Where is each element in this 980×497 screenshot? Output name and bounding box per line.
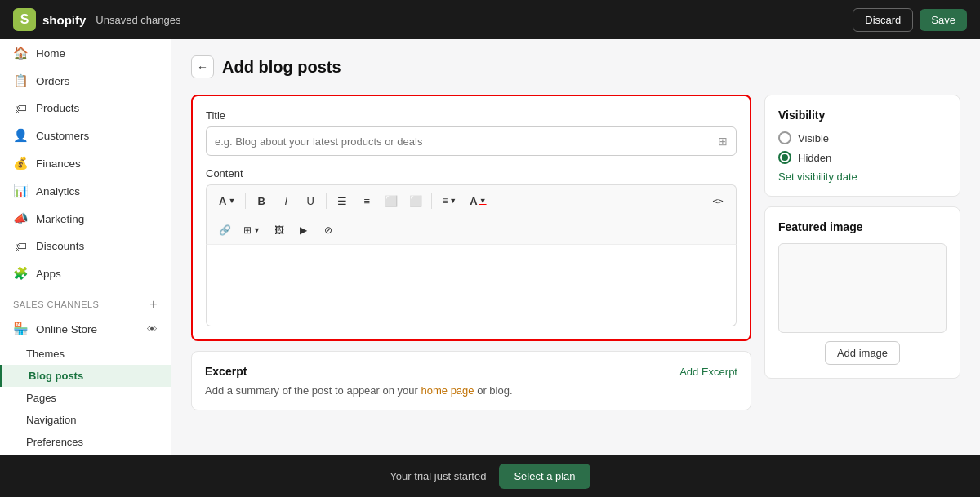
editor-toolbar-row2: 🔗 ⊞ ▼ 🖼 ▶ ⊘ xyxy=(206,216,737,245)
title-input-wrapper[interactable]: ⊞ xyxy=(206,126,737,156)
sidebar-sub-preferences[interactable]: Preferences xyxy=(0,431,171,453)
sidebar-sub-pages[interactable]: Pages xyxy=(0,387,171,409)
radio-label-hidden: Hidden xyxy=(798,152,831,164)
sidebar-label-analytics: Analytics xyxy=(36,185,80,197)
main-content: ← Add blog posts Title ⊞ Content xyxy=(172,39,980,455)
sidebar-item-analytics[interactable]: 📊 Analytics xyxy=(0,177,171,205)
online-store-icon: 🏪 xyxy=(13,322,28,336)
radio-option-hidden[interactable]: Hidden xyxy=(778,151,947,164)
products-icon: 🏷 xyxy=(13,101,28,115)
list-ordered-button[interactable]: ≡ xyxy=(355,190,378,211)
sidebar-item-discounts[interactable]: 🏷 Discounts xyxy=(0,233,171,260)
sidebar-label-preferences: Preferences xyxy=(26,436,83,448)
sales-channels-label: Sales channels xyxy=(13,300,99,309)
text-color-button[interactable]: A ▼ xyxy=(464,190,492,211)
radio-label-visible: Visible xyxy=(798,132,829,144)
align-button[interactable]: ≡ ▼ xyxy=(436,190,462,211)
sidebar-sub-navigation[interactable]: Navigation xyxy=(0,409,171,431)
toolbar-divider-1 xyxy=(245,193,246,209)
top-navigation: S shopify Unsaved changes Discard Save xyxy=(0,0,980,39)
apps-icon: 🧩 xyxy=(13,266,28,281)
sidebar-label-customers: Customers xyxy=(36,130,89,142)
list-unordered-button[interactable]: ☰ xyxy=(331,190,354,211)
sidebar-item-marketing[interactable]: 📣 Marketing xyxy=(0,205,171,233)
title-input[interactable] xyxy=(215,135,718,148)
sidebar-label-finances: Finances xyxy=(36,158,81,170)
image-button[interactable]: 🖼 xyxy=(268,220,291,241)
featured-image-title: Featured image xyxy=(778,220,947,233)
sidebar-label-orders: Orders xyxy=(36,75,69,87)
visibility-card-title: Visibility xyxy=(778,109,947,122)
sidebar-label-blog-posts: Blog posts xyxy=(29,370,83,382)
discounts-icon: 🏷 xyxy=(13,239,28,253)
sidebar-label-marketing: Marketing xyxy=(36,213,84,225)
back-button[interactable]: ← xyxy=(191,55,214,78)
shopify-brand-name: shopify xyxy=(42,13,86,27)
sidebar-label-online-store: Online Store xyxy=(36,323,97,335)
save-button[interactable]: Save xyxy=(920,9,967,31)
content-columns: Title ⊞ Content A ▼ B I xyxy=(191,95,960,410)
sidebar-item-apps[interactable]: 🧩 Apps xyxy=(0,260,171,287)
editor-area[interactable] xyxy=(206,245,737,326)
sidebar-item-products[interactable]: 🏷 Products xyxy=(0,95,171,122)
code-button[interactable]: <> xyxy=(706,190,729,211)
sales-channels-section: Sales channels + xyxy=(0,287,171,315)
indent-button[interactable]: ⬜ xyxy=(380,190,403,211)
excerpt-description: Add a summary of the post to appear on y… xyxy=(205,384,737,397)
add-sales-channel-button[interactable]: + xyxy=(149,297,158,312)
sidebar-label-home: Home xyxy=(36,47,65,60)
top-nav-right: Discard Save xyxy=(853,8,967,32)
select-plan-button[interactable]: Select a plan xyxy=(499,464,590,489)
home-icon: 🏠 xyxy=(13,46,28,60)
app-body: 🏠 Home 📋 Orders 🏷 Products 👤 Customers 💰… xyxy=(0,39,980,455)
sidebar-item-online-store[interactable]: 🏪 Online Store 👁 xyxy=(0,315,171,343)
shopify-logo-icon: S xyxy=(13,8,36,31)
sidebar-label-discounts: Discounts xyxy=(36,240,84,252)
sidebar-item-finances[interactable]: 💰 Finances xyxy=(0,149,171,177)
title-input-icon: ⊞ xyxy=(718,135,728,148)
sidebar-label-themes: Themes xyxy=(26,348,65,360)
bottom-bar: Your trial just started Select a plan xyxy=(0,455,980,497)
content-main: Title ⊞ Content A ▼ B I xyxy=(191,95,751,410)
analytics-icon: 📊 xyxy=(13,184,28,198)
trial-text: Your trial just started xyxy=(390,470,486,482)
content-section: Content A ▼ B I U ☰ ≡ ⬜ ⬜ xyxy=(206,167,737,326)
sidebar-item-home[interactable]: 🏠 Home xyxy=(0,39,171,67)
toolbar-divider-2 xyxy=(326,193,327,209)
sidebar-item-customers[interactable]: 👤 Customers xyxy=(0,122,171,149)
set-visibility-date-link[interactable]: Set visibility date xyxy=(778,171,947,183)
sidebar-label-navigation: Navigation xyxy=(26,414,76,426)
sidebar-sub-themes[interactable]: Themes xyxy=(0,343,171,365)
online-store-eye-icon[interactable]: 👁 xyxy=(147,323,158,335)
customers-icon: 👤 xyxy=(13,128,28,143)
sidebar-sub-blog-posts[interactable]: Blog posts xyxy=(0,365,171,387)
top-nav-left: S shopify Unsaved changes xyxy=(13,8,180,31)
right-sidebar: Visibility Visible Hidden Set visibility… xyxy=(764,95,960,410)
sidebar-item-orders[interactable]: 📋 Orders xyxy=(0,67,171,95)
page-header: ← Add blog posts xyxy=(191,55,960,78)
page-title: Add blog posts xyxy=(222,58,341,77)
radio-circle-visible xyxy=(778,131,791,144)
add-excerpt-link[interactable]: Add Excerpt xyxy=(679,366,737,378)
video-button[interactable]: ▶ xyxy=(292,220,315,241)
sidebar-label-apps: Apps xyxy=(36,268,61,280)
marketing-icon: 📣 xyxy=(13,211,28,226)
visibility-card: Visibility Visible Hidden Set visibility… xyxy=(764,95,960,197)
italic-button[interactable]: I xyxy=(274,190,297,211)
sidebar-label-products: Products xyxy=(36,102,79,114)
radio-circle-hidden xyxy=(778,151,791,164)
underline-button[interactable]: U xyxy=(299,190,322,211)
outdent-button[interactable]: ⬜ xyxy=(404,190,427,211)
font-size-button[interactable]: A ▼ xyxy=(213,190,241,211)
discard-button[interactable]: Discard xyxy=(853,8,913,32)
featured-image-card: Featured image Add image xyxy=(764,206,960,379)
home-page-link[interactable]: home page xyxy=(421,384,474,397)
radio-option-visible[interactable]: Visible xyxy=(778,131,947,144)
bold-button[interactable]: B xyxy=(250,190,273,211)
link-button[interactable]: 🔗 xyxy=(213,220,236,241)
add-image-button[interactable]: Add image xyxy=(825,341,900,365)
block-button[interactable]: ⊘ xyxy=(317,220,340,241)
excerpt-header: Excerpt Add Excerpt xyxy=(205,365,737,378)
table-button[interactable]: ⊞ ▼ xyxy=(238,220,266,241)
content-label: Content xyxy=(206,167,737,180)
